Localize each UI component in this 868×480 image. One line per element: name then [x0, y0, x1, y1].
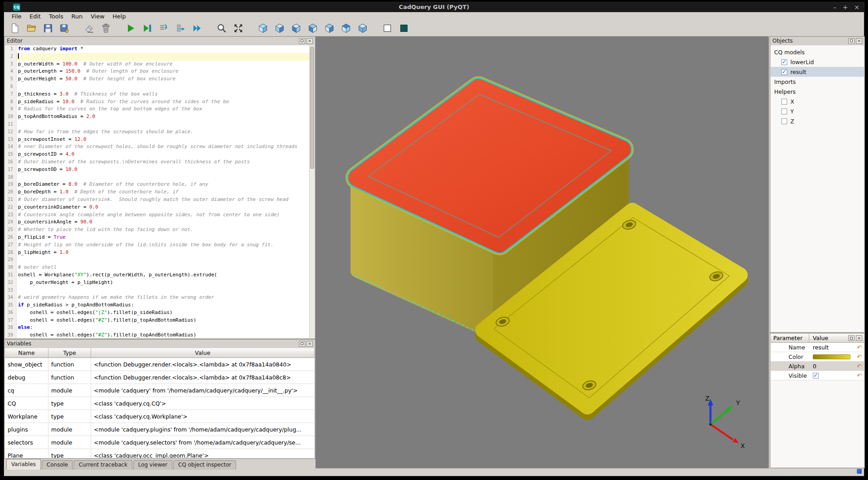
param-row-alpha[interactable]: Alpha0↶: [771, 362, 864, 371]
scrollbar-thumb[interactable]: [310, 47, 314, 169]
menu-help[interactable]: Help: [109, 13, 130, 20]
code-line[interactable]: 15p_screwpostID = 4.0: [5, 151, 309, 158]
tree-item-cq-models[interactable]: CQ models: [771, 47, 864, 57]
step-over-button[interactable]: [174, 22, 187, 35]
tree-item-z[interactable]: Z: [771, 116, 864, 126]
code-line[interactable]: 20p_boreDepth = 1.0 # Depth of the count…: [5, 188, 309, 196]
view-top-button[interactable]: [340, 22, 352, 35]
close-panel-icon[interactable]: ×: [307, 38, 313, 44]
checkbox-z[interactable]: [781, 118, 787, 124]
debug-script-button[interactable]: [141, 22, 153, 35]
color-swatch[interactable]: [813, 354, 850, 359]
close-panel-icon[interactable]: ×: [856, 335, 862, 341]
tab-variables[interactable]: Variables: [6, 459, 41, 470]
save-file-button[interactable]: [42, 22, 54, 35]
variable-row[interactable]: selectorsmodule<module 'cadquery.selecto…: [5, 436, 315, 449]
column-header-value[interactable]: Value: [809, 335, 848, 341]
code-line[interactable]: 36 oshell = oshell.edges("|Z").fillet(p_…: [5, 309, 309, 317]
clear-button[interactable]: [83, 22, 96, 35]
code-line[interactable]: 11: [5, 121, 309, 128]
new-file-button[interactable]: [9, 22, 21, 35]
code-line[interactable]: 1from cadquery import *: [5, 45, 309, 53]
tree-item-y[interactable]: Y: [771, 106, 864, 116]
code-line[interactable]: 12# How far in from the edges the screwp…: [5, 128, 309, 136]
column-header-parameter[interactable]: Parameter: [771, 334, 809, 342]
code-line[interactable]: 26p_flipLid = True: [5, 234, 309, 241]
view-bottom-button[interactable]: [356, 22, 369, 35]
view-front-button[interactable]: [273, 22, 286, 35]
tree-item-helpers[interactable]: Helpers: [771, 87, 864, 96]
code-line[interactable]: 16# Outer Diameter of the screwposts.\nD…: [5, 158, 309, 166]
display-wireframe-button[interactable]: [381, 22, 394, 35]
code-line[interactable]: 19p_boreDiameter = 8.0 # Diameter of the…: [5, 181, 309, 188]
tab-log-viewer[interactable]: Log viewer: [133, 460, 172, 470]
code-line[interactable]: 2: [5, 53, 309, 61]
tree-item-x[interactable]: X: [771, 96, 864, 106]
variable-row[interactable]: CQtype<class 'cadquery.cq.CQ'>: [5, 397, 315, 410]
reset-icon[interactable]: ↶: [857, 373, 862, 379]
param-row-name[interactable]: Nameresult↶: [771, 343, 864, 352]
code-line[interactable]: 14# nner Diameter of the screwpost holes…: [5, 143, 309, 151]
param-row-visible[interactable]: Visible↶: [771, 371, 864, 380]
code-line[interactable]: 33: [5, 287, 309, 294]
view-back-button[interactable]: [290, 22, 302, 35]
minimize-button[interactable]: –: [833, 2, 837, 12]
code-line[interactable]: 28p_lipHeight = 1.0: [5, 249, 309, 257]
code-line[interactable]: 25# Whether to place the lid with the to…: [5, 226, 309, 234]
reset-icon[interactable]: ↶: [857, 345, 862, 350]
checkbox-result[interactable]: [781, 69, 787, 75]
checkbox-lowerlid[interactable]: [781, 59, 787, 65]
column-header-name[interactable]: Name: [5, 348, 48, 358]
view-iso-button[interactable]: [257, 22, 269, 35]
view-left-button[interactable]: [307, 22, 319, 35]
menu-file[interactable]: File: [8, 13, 26, 20]
code-line[interactable]: 17p_screwpostOD = 10.0: [5, 166, 309, 174]
code-line[interactable]: 21# Outer diameter of countersink. Shoul…: [5, 196, 309, 204]
tree-item-lowerlid[interactable]: lowerLid: [771, 57, 864, 67]
checkbox-y[interactable]: [781, 109, 787, 114]
code-line[interactable]: 29: [5, 256, 309, 264]
float-panel-icon[interactable]: [299, 38, 305, 44]
code-area[interactable]: 1from cadquery import *23p_outerWidth = …: [5, 45, 309, 338]
code-line[interactable]: 5p_outerHeight = 50.0 # Outer height of …: [5, 75, 309, 83]
maximize-button[interactable]: +: [843, 2, 848, 12]
param-row-color[interactable]: Color↶: [771, 352, 864, 362]
zoom-to-selection-button[interactable]: [215, 22, 228, 35]
code-line[interactable]: 3p_outerWidth = 100.0 # Outer width of b…: [5, 61, 309, 68]
column-header-value[interactable]: Value: [91, 348, 315, 358]
menu-run[interactable]: Run: [67, 13, 87, 20]
fit-view-button[interactable]: [232, 22, 245, 35]
float-panel-icon[interactable]: [848, 38, 855, 44]
code-line[interactable]: 24p_countersinkAngle = 90.0: [5, 218, 309, 226]
code-line[interactable]: 34# weird geometry happens if we make th…: [5, 294, 309, 301]
continue-button[interactable]: [191, 22, 203, 35]
code-line[interactable]: 18: [5, 174, 309, 181]
column-header-type[interactable]: Type: [48, 348, 91, 358]
code-line[interactable]: 38else:: [5, 324, 309, 332]
size-grip-icon[interactable]: [857, 469, 862, 474]
reset-icon[interactable]: ↶: [857, 354, 862, 360]
close-panel-icon[interactable]: ×: [856, 38, 862, 44]
tree-item-imports[interactable]: Imports: [771, 77, 864, 87]
run-script-button[interactable]: [124, 22, 137, 35]
code-line[interactable]: 6: [5, 83, 309, 91]
open-file-button[interactable]: [25, 22, 38, 35]
tab-current-traceback[interactable]: Current traceback: [74, 460, 132, 470]
code-line[interactable]: 35if p_sideRadius > p_topAndBottomRadius…: [5, 301, 309, 309]
code-line[interactable]: 23# Countersink angle (complete angle be…: [5, 211, 309, 219]
menu-tools[interactable]: Tools: [45, 13, 67, 20]
display-shaded-button[interactable]: [398, 22, 410, 35]
menu-edit[interactable]: Edit: [26, 13, 45, 20]
float-panel-icon[interactable]: [848, 335, 855, 341]
variable-row[interactable]: show_objectfunction<function Debugger.re…: [5, 358, 315, 371]
view-right-button[interactable]: [323, 22, 336, 35]
visible-checkbox[interactable]: [813, 373, 819, 379]
code-line[interactable]: 13p_screwpostInset = 12.0: [5, 136, 309, 144]
code-line[interactable]: 27# Height of lip on the underside of th…: [5, 241, 309, 249]
variable-row[interactable]: Workplanetype<class 'cadquery.cq.Workpla…: [5, 410, 315, 423]
code-line[interactable]: 4p_outerLength = 150.0 # Outer length of…: [5, 68, 309, 75]
viewport-3d[interactable]: Z Y X: [316, 36, 769, 468]
code-line[interactable]: 10p_topAndBottomRadius = 2.0: [5, 113, 309, 121]
code-line[interactable]: 37 oshell = oshell.edges("#Z").fillet(p_…: [5, 317, 309, 324]
code-line[interactable]: 30# outer shell: [5, 264, 309, 271]
